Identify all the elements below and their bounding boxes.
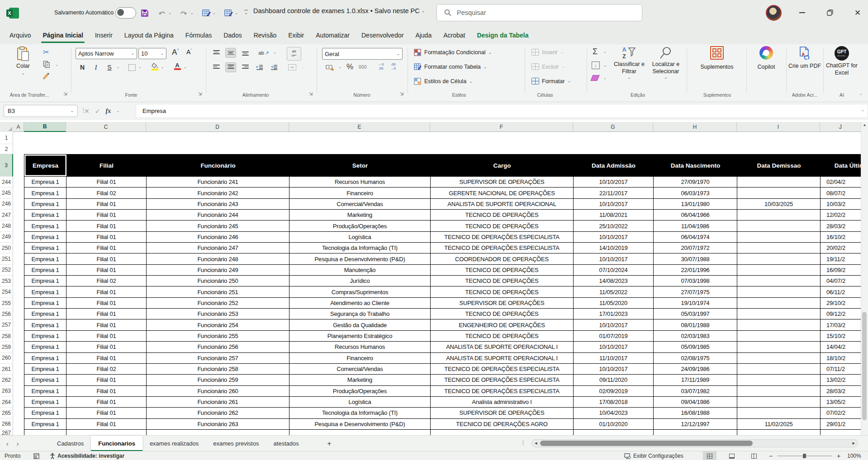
header-cell[interactable]: Data Último Exame (821, 155, 862, 176)
cell[interactable]: Filial 01 (66, 199, 147, 210)
row-header-262[interactable]: 262 (0, 375, 13, 385)
cell[interactable]: 10/10/2017 (574, 232, 654, 243)
zoom-out-button[interactable]: − (769, 451, 773, 460)
cell[interactable]: 14/04/2 (821, 342, 862, 352)
cell[interactable] (654, 430, 737, 435)
cell[interactable]: 17/08/2018 (574, 397, 654, 408)
cell[interactable]: 11/05/2020 (574, 298, 654, 309)
row-header-246[interactable]: 246 (0, 199, 13, 210)
cell[interactable]: Gestão da Qualidade (289, 319, 431, 330)
undo-icon[interactable] (156, 8, 168, 19)
cell[interactable] (737, 375, 821, 385)
h-scroll-right-icon[interactable]: ▸ (852, 440, 855, 446)
cell[interactable]: TECNICO DE OPERAÇÕES ESPECIALISTA (431, 375, 574, 385)
accessibility-button[interactable]: Acessibilidade: investigar (50, 451, 124, 460)
fill-chevron[interactable]: ⌄ (603, 64, 607, 67)
cell[interactable]: Segurança do Trabalho (289, 309, 431, 319)
cell[interactable]: 03/07/1982 (654, 386, 737, 397)
cell[interactable]: Filial 01 (66, 342, 147, 352)
cell[interactable]: 10/04/2023 (574, 408, 654, 418)
decrease-decimal-button[interactable]: .00→0 (388, 63, 398, 71)
cell[interactable]: Empresa 1 (24, 177, 66, 188)
col-header-H[interactable]: H (653, 122, 737, 132)
row-header-250[interactable]: 250 (0, 243, 13, 253)
cell[interactable]: ENGENHEIRO DE OPERAÇÕES (431, 319, 574, 330)
cell[interactable] (737, 408, 821, 418)
cell[interactable]: 16/10/2 (821, 232, 862, 243)
sheet-tab-funcionarios[interactable]: Funcionarios (91, 436, 142, 451)
cell[interactable]: 01/10/2020 (574, 419, 654, 430)
ribbon-tab-2[interactable]: Inserir (89, 26, 119, 44)
cell[interactable]: ANALISTA DE SUPORTE OPERACIONAL I (431, 353, 574, 364)
insert-cells-button[interactable]: Inserir⌄ (531, 49, 564, 56)
cell[interactable]: Filial 01 (66, 319, 147, 330)
autosave-toggle[interactable] (115, 7, 136, 19)
cell[interactable]: 10/10/2017 (574, 199, 654, 210)
cell[interactable]: Atendimento ao Cliente (289, 298, 431, 309)
align-middle-button[interactable] (225, 48, 236, 58)
cell[interactable]: Funcionário 249 (147, 265, 289, 276)
cell[interactable]: Funcionário 246 (147, 232, 289, 243)
ribbon-tab-12[interactable]: Design da Tabela (471, 26, 534, 44)
cell[interactable] (147, 430, 289, 435)
qat-format-table2-icon[interactable] (223, 8, 234, 19)
cell[interactable]: 07/11/2 (821, 364, 862, 375)
cell[interactable]: Funcionário 250 (147, 276, 289, 286)
row-header-260[interactable]: 260 (0, 353, 13, 364)
save-icon[interactable] (139, 8, 151, 19)
autosum-button[interactable]: Σ (593, 47, 598, 56)
cell[interactable]: Filial 01 (66, 286, 147, 297)
autosum-chevron[interactable]: ⌄ (603, 50, 607, 54)
cell[interactable]: Empresa 1 (24, 286, 66, 297)
cell[interactable]: ANALISTA DE SUPORTE OPERACIONAL I (431, 342, 574, 352)
cell[interactable]: 25/10/2022 (574, 221, 654, 231)
orientation-button[interactable]: ab↗ (256, 48, 271, 58)
qat-format-table2-chevron[interactable]: ⌄ (235, 11, 238, 15)
cell[interactable]: Empresa 1 (24, 331, 66, 342)
format-as-table-button[interactable]: Formatar como Tabela⌄ (414, 63, 487, 70)
cell[interactable] (574, 430, 654, 435)
row-header-244[interactable]: 244 (0, 177, 13, 188)
cell[interactable]: 04/07/2 (821, 276, 862, 286)
cell[interactable]: Funcionário 251 (147, 286, 289, 297)
find-select-button[interactable]: Localizar e Selecionar ⌄ (648, 46, 684, 80)
cell[interactable]: Empresa 1 (24, 319, 66, 330)
cell[interactable]: Empresa 1 (24, 342, 66, 352)
cell[interactable]: Planejamento Estratégico (289, 331, 431, 342)
cell[interactable] (737, 342, 821, 352)
cell[interactable]: Empresa 1 (24, 232, 66, 243)
cell[interactable]: 06/11/2 (821, 286, 862, 297)
row-header-1[interactable]: 1 (0, 132, 13, 144)
cell[interactable]: Recursos Humanos (289, 342, 431, 352)
cell[interactable] (737, 221, 821, 231)
cell[interactable]: Comercial/Vendas (289, 364, 431, 375)
cell[interactable]: Logística (289, 232, 431, 243)
number-format-select[interactable]: Geral⌄ (322, 48, 403, 60)
bold-button[interactable]: N (77, 62, 88, 72)
clear-chevron[interactable]: ⌄ (603, 76, 607, 80)
cell[interactable]: Pesquisa e Desenvolvimento (P&D) (289, 419, 431, 430)
col-header-G[interactable]: G (573, 122, 653, 132)
horizontal-scroll-thumb[interactable] (540, 441, 753, 446)
cell[interactable]: Filial 01 (66, 177, 147, 188)
ribbon-tab-1[interactable]: Página Inicial (37, 26, 89, 44)
insert-function-button[interactable]: fx (105, 108, 111, 115)
cell[interactable]: Funcionário 247 (147, 243, 289, 253)
col-header-I[interactable]: I (737, 122, 820, 132)
cell[interactable] (737, 276, 821, 286)
select-all-button[interactable] (0, 122, 14, 132)
row-header-266[interactable]: 266 (0, 419, 13, 430)
cell[interactable]: 16/08/1988 (654, 408, 737, 418)
cell[interactable]: Financeiro (289, 353, 431, 364)
cell[interactable]: 11/05/2022 (574, 286, 654, 297)
cell[interactable] (737, 364, 821, 375)
cell[interactable]: TECNICO DE OPERAÇÕES ESPECIALISTA (431, 364, 574, 375)
excel-logo-icon[interactable]: X (6, 7, 19, 19)
cell[interactable] (737, 386, 821, 397)
cell[interactable] (737, 430, 821, 435)
cell[interactable] (737, 243, 821, 253)
normal-view-button[interactable] (703, 451, 716, 460)
copy-chevron[interactable]: ⌄ (55, 63, 58, 67)
cell[interactable]: 10/03/2 (821, 199, 862, 210)
cell[interactable]: Comercial/Vendas (289, 199, 431, 210)
